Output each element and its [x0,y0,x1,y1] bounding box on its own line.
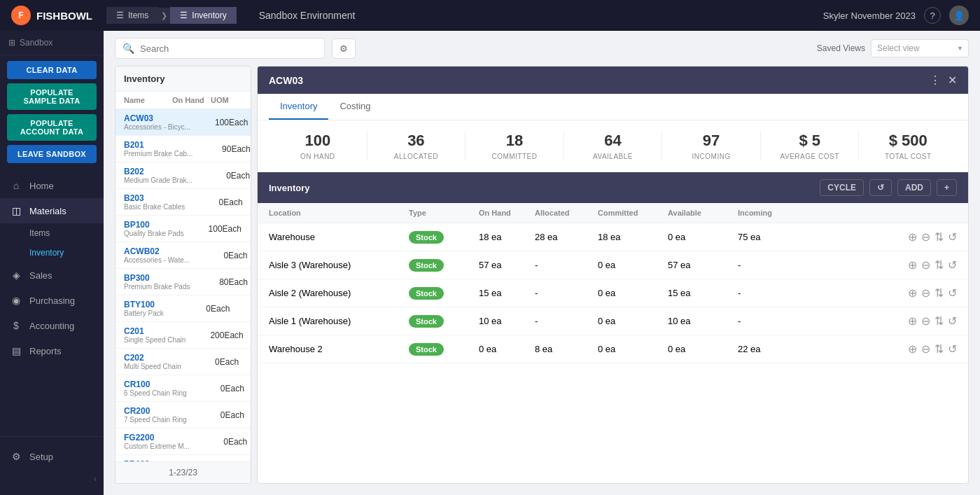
sidebar-item-accounting[interactable]: $ Accounting [0,313,104,338]
list-item[interactable]: C201 Single Speed Chain 200 Each [115,322,251,349]
accounting-icon: $ [10,320,22,331]
remove-circle-button[interactable]: ⊖ [921,286,930,300]
tab-costing[interactable]: Costing [328,94,382,120]
stat-value: 36 [368,132,465,150]
item-sub: Quality Brake Pads [124,230,184,237]
stat-label: COMMITTED [465,153,564,160]
row-onhand: 15 ea [479,288,535,298]
stock-badge: Stock [409,231,444,244]
list-item[interactable]: FG2200 Custom Extreme M... 0 Each [115,428,251,455]
remove-circle-button[interactable]: ⊖ [921,342,930,356]
list-item[interactable]: BTY100 Battery Pack 0 Each [115,295,251,322]
list-item[interactable]: BP100 Quality Brake Pads 100 Each [115,216,251,242]
cycle-button[interactable]: CYCLE [820,179,864,196]
stat-label: AVERAGE COST [761,153,859,160]
refresh-button[interactable]: ↺ [948,286,957,300]
filter-button[interactable]: ⚙ [332,39,356,59]
add-circle-button[interactable]: ⊕ [908,258,917,272]
app-name: FISHBOWL [36,10,92,22]
stock-badge: Stock [409,343,444,356]
cycle-refresh-button[interactable]: ↺ [869,179,892,196]
remove-circle-button[interactable]: ⊖ [921,258,930,272]
item-uom: Each [223,224,251,234]
list-item[interactable]: B202 Medium Grade Brak... 0 Each [115,162,251,189]
add-circle-button[interactable]: ⊕ [908,314,917,328]
populate-account-button[interactable]: POPULATE ACCOUNT DATA [7,114,97,141]
sidebar-item-sales[interactable]: ◈ Sales [0,263,104,288]
item-name: FG2200 [124,433,190,442]
list-item[interactable]: PB100 Energy Boost Powe... 0 Each [115,455,251,461]
close-button[interactable]: ✕ [948,74,957,87]
inventory-table-header: Location Type On Hand Allocated Committe… [258,203,968,223]
transfer-button[interactable]: ⇅ [934,230,944,244]
avatar[interactable]: 👤 [949,6,969,25]
sidebar-item-items[interactable]: Items [0,223,104,243]
transfer-button[interactable]: ⇅ [934,314,944,328]
breadcrumb-inventory[interactable]: ☰ Inventory [170,7,236,24]
sidebar-env: ⊞ Sandbox [0,31,104,55]
row-location: Aisle 3 (Warehouse) [269,260,409,270]
refresh-button[interactable]: ↺ [948,314,957,328]
inventory-list-columns: Name On Hand UOM [115,92,251,109]
stat-item: $ 5 AVERAGE COST [761,132,860,160]
list-item[interactable]: ACWB02 Accessories - Wate... 0 Each [115,242,251,269]
item-name: CR200 [124,406,187,416]
item-onhand: 90 [192,144,231,154]
add-plus-button[interactable]: + [937,179,957,196]
item-uom: Each [224,330,251,340]
list-item[interactable]: BP300 Premium Brake Pads 80 Each [115,269,251,295]
sidebar-item-materials[interactable]: ◫ Materials [0,198,104,223]
refresh-button[interactable]: ↺ [948,230,957,244]
add-circle-button[interactable]: ⊕ [908,342,917,356]
app-logo[interactable]: F FISHBOWL [11,6,92,25]
col-uom: UOM [211,96,242,104]
logo-icon: F [11,6,31,25]
transfer-button[interactable]: ⇅ [934,342,944,356]
list-item[interactable]: CR200 7 Speed Chain Ring 0 Each [115,402,251,428]
stat-label: INCOMING [662,153,760,160]
home-icon: ⌂ [10,180,22,191]
sidebar-collapse-button[interactable]: ‹ [0,469,104,488]
list-item[interactable]: C202 Multi Speed Chain 0 Each [115,349,251,375]
remove-circle-button[interactable]: ⊖ [921,230,930,244]
transfer-button[interactable]: ⇅ [934,286,944,300]
item-name: CR100 [124,379,187,389]
remove-circle-button[interactable]: ⊖ [921,314,930,328]
row-available: 0 ea [668,232,738,242]
search-input[interactable] [140,43,317,54]
sidebar-item-setup[interactable]: ⚙ Setup [0,444,104,469]
transfer-button[interactable]: ⇅ [934,258,944,272]
th-type: Type [409,209,479,217]
refresh-button[interactable]: ↺ [948,342,957,356]
stat-value: $ 500 [859,132,957,150]
list-item[interactable]: ACW03 Accessories - Bicyc... 100 Each [115,109,251,136]
item-uom: Each [228,277,251,287]
sidebar-item-inventory[interactable]: Inventory [0,243,104,263]
more-options-button[interactable]: ⋮ [930,74,941,87]
row-location: Aisle 2 (Warehouse) [269,288,409,298]
list-item[interactable]: B201 Premium Brake Cab... 90 Each [115,136,251,162]
sidebar-item-purchasing[interactable]: ◉ Purchasing [0,288,104,313]
th-incoming: Incoming [738,209,808,217]
stat-value: 97 [662,132,760,150]
saved-views-select[interactable]: Select view [871,39,969,57]
add-circle-button[interactable]: ⊕ [908,286,917,300]
populate-sample-button[interactable]: POPULATE SAMPLE DATA [7,83,97,110]
help-button[interactable]: ? [924,7,941,24]
add-circle-button[interactable]: ⊕ [908,230,917,244]
sidebar-item-reports[interactable]: ▤ Reports [0,338,104,363]
stat-label: ON HAND [269,153,367,160]
breadcrumb-items[interactable]: ☰ Items [106,7,158,24]
item-uom: Each [231,171,251,181]
clear-data-button[interactable]: CLEAR DATA [7,61,97,79]
add-button[interactable]: ADD [897,179,931,196]
refresh-button[interactable]: ↺ [948,258,957,272]
sidebar-item-home[interactable]: ⌂ Home [0,173,104,198]
th-onhand: On Hand [479,209,535,217]
list-item[interactable]: B203 Basic Brake Cables 0 Each [115,189,251,216]
leave-sandbox-button[interactable]: LEAVE SANDBOX [7,145,97,163]
list-item[interactable]: CR100 6 Speed Chain Ring 0 Each [115,375,251,402]
item-onhand: 0 [172,304,211,314]
row-committed: 18 ea [598,232,668,242]
tab-inventory[interactable]: Inventory [269,94,328,120]
